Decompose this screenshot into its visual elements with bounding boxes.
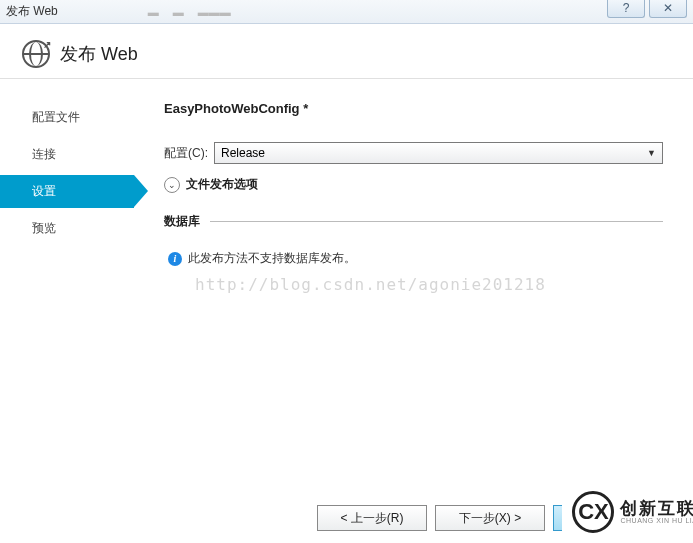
help-button[interactable]: ? <box>607 0 645 18</box>
button-label: < 上一步(R) <box>341 510 404 527</box>
config-name: EasyPhotoWebConfig * <box>164 101 663 116</box>
brand-logo: CX 创新互联 CHUANG XIN HU LIAN <box>562 491 693 533</box>
config-select-value: Release <box>221 146 265 160</box>
info-icon: i <box>168 252 182 266</box>
brand-en: CHUANG XIN HU LIAN <box>620 517 693 524</box>
chevron-down-icon: ▼ <box>647 148 656 158</box>
titlebar: 发布 Web ▬▬▬▬▬ ? ✕ <box>0 0 693 24</box>
previous-button[interactable]: < 上一步(R) <box>317 505 427 531</box>
main-panel: EasyPhotoWebConfig * 配置(C): Release ▼ ⌄ … <box>134 79 693 509</box>
sidebar-item-label: 配置文件 <box>32 110 80 124</box>
sidebar-item-preview[interactable]: 预览 <box>0 212 134 245</box>
config-label: 配置(C): <box>164 145 214 162</box>
close-button[interactable]: ✕ <box>649 0 687 18</box>
dialog-header: ↗ 发布 Web <box>0 24 693 79</box>
titlebar-ghost: ▬▬▬▬▬ <box>148 6 231 18</box>
sidebar-item-profile[interactable]: 配置文件 <box>0 101 134 134</box>
database-info-text: 此发布方法不支持数据库发布。 <box>188 250 356 267</box>
next-button[interactable]: 下一步(X) > <box>435 505 545 531</box>
dialog-title: 发布 Web <box>60 42 138 66</box>
sidebar-item-settings[interactable]: 设置 <box>0 175 134 208</box>
database-section-title: 数据库 <box>164 213 200 230</box>
brand-cn: 创新互联 <box>620 500 693 517</box>
sidebar-item-label: 连接 <box>32 147 56 161</box>
window-title: 发布 Web <box>6 3 58 20</box>
button-label: 下一步(X) > <box>459 510 521 527</box>
expand-toggle[interactable]: ⌄ <box>164 177 180 193</box>
help-icon: ? <box>623 1 630 15</box>
chevron-down-icon: ⌄ <box>168 180 176 190</box>
globe-icon: ↗ <box>22 40 50 68</box>
section-divider <box>210 221 663 222</box>
sidebar-item-label: 设置 <box>32 184 56 198</box>
close-icon: ✕ <box>663 1 673 15</box>
config-select[interactable]: Release ▼ <box>214 142 663 164</box>
brand-mark: CX <box>572 491 614 533</box>
sidebar-item-label: 预览 <box>32 221 56 235</box>
file-publish-options-label: 文件发布选项 <box>186 176 258 193</box>
sidebar-item-connection[interactable]: 连接 <box>0 138 134 171</box>
sidebar: 配置文件 连接 设置 预览 <box>0 79 134 509</box>
